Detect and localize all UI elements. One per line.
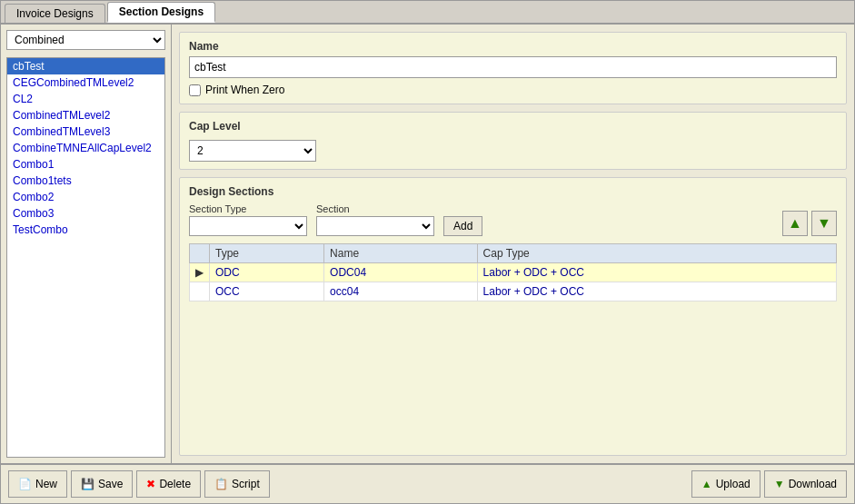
cap-level-dropdown[interactable]: 1 2 3 [189,140,316,162]
delete-button[interactable]: ✖ Delete [136,470,201,498]
col-captype-header: Cap Type [477,244,836,263]
list-box: cbTest CEGCombinedTMLevel2 CL2 CombinedT… [6,57,165,458]
list-item[interactable]: Combo1tets [7,173,164,189]
cell-captype: Labor + ODC + OCC [477,263,836,282]
print-when-zero-checkbox[interactable] [189,84,201,96]
design-sections-card: Design Sections Section Type Section [179,177,847,456]
right-panel: Name Print When Zero Cap Level 1 2 3 Des… [172,25,854,463]
delete-icon: ✖ [146,478,155,490]
script-button[interactable]: 📋 Script [204,470,270,498]
up-arrow-button[interactable]: ▲ [782,211,808,236]
table-row[interactable]: OCC occ04 Labor + ODC + OCC [190,282,837,301]
list-item[interactable]: Combo3 [7,205,164,222]
cap-level-section: Cap Level 1 2 3 [179,112,847,170]
section-type-dropdown[interactable] [189,216,307,236]
design-sections-label: Design Sections [189,185,837,198]
table-row[interactable]: ▶ ODC ODC04 Labor + ODC + OCC [190,263,837,282]
save-label: Save [98,478,123,490]
cell-captype: Labor + ODC + OCC [477,282,836,301]
upload-icon: ▲ [701,478,712,490]
cell-type: ODC [210,263,324,282]
section-dropdown[interactable] [316,216,434,236]
name-input[interactable] [189,56,837,78]
design-sections-table: Type Name Cap Type ▶ ODC ODC04 Labor + O… [189,243,837,301]
save-button[interactable]: 💾 Save [71,470,133,498]
cell-name: ODC04 [324,263,478,282]
main-container: Invoice Designs Section Designs Combined… [0,0,855,504]
cell-type: OCC [210,282,324,301]
new-label: New [35,478,57,490]
content-area: Combined All cbTest CEGCombinedTMLevel2 … [1,25,854,463]
cell-name: occ04 [324,282,478,301]
list-item[interactable]: cbTest [7,58,164,74]
arrow-buttons: ▲ ▼ [782,211,837,236]
list-item[interactable]: CL2 [7,91,164,107]
script-icon: 📋 [214,478,228,490]
delete-label: Delete [159,478,191,490]
row-indicator: ▶ [190,263,210,282]
list-item[interactable]: CombineTMNEAllCapLevel2 [7,140,164,156]
save-icon: 💾 [81,478,94,490]
print-when-zero-label: Print When Zero [205,84,284,96]
tab-bar: Invoice Designs Section Designs [1,1,854,25]
col-type-header: Type [210,244,324,263]
new-icon: 📄 [18,478,32,490]
list-item[interactable]: TestCombo [7,222,164,238]
down-arrow-button[interactable]: ▼ [811,211,837,236]
add-button[interactable]: Add [443,216,482,236]
script-label: Script [232,478,260,490]
new-button[interactable]: 📄 New [8,470,67,498]
download-button[interactable]: ▼ Download [764,470,847,498]
download-label: Download [789,478,837,490]
col-name-header: Name [324,244,478,263]
section-type-label: Section Type [189,203,307,214]
list-item[interactable]: CEGCombinedTMLevel2 [7,74,164,91]
left-panel: Combined All cbTest CEGCombinedTMLevel2 … [1,25,172,463]
row-indicator [190,282,210,301]
section-label-text: Section [316,203,434,214]
tab-invoice-designs[interactable]: Invoice Designs [5,4,105,23]
list-item[interactable]: CombinedTMLevel3 [7,124,164,140]
col-indicator [190,244,210,263]
upload-button[interactable]: ▲ Upload [691,470,761,498]
list-item[interactable]: Combo1 [7,156,164,173]
list-item[interactable]: CombinedTMLevel2 [7,107,164,124]
tab-section-designs[interactable]: Section Designs [107,2,215,23]
name-label: Name [189,40,837,53]
upload-label: Upload [716,478,751,490]
cap-level-label: Cap Level [189,120,837,133]
print-when-zero-row: Print When Zero [189,84,837,96]
list-item[interactable]: Combo2 [7,189,164,205]
bottom-bar: 📄 New 💾 Save ✖ Delete 📋 Script ▲ Upload … [1,463,854,503]
name-section: Name Print When Zero [179,32,847,104]
filter-dropdown[interactable]: Combined All [6,30,165,50]
download-icon: ▼ [774,478,785,490]
